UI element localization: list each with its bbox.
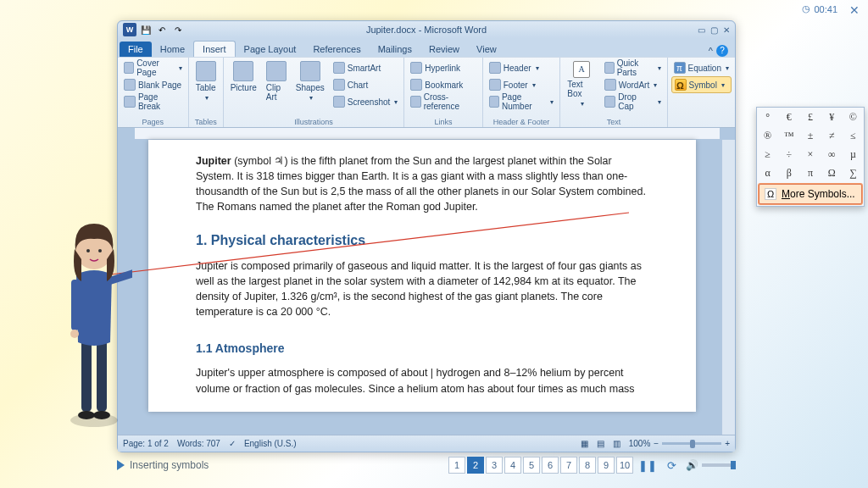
pager-page[interactable]: 5: [523, 457, 540, 474]
chart-button[interactable]: Chart: [331, 76, 401, 93]
symbol-cell[interactable]: π: [799, 164, 821, 182]
symbol-cell[interactable]: ¥: [821, 108, 843, 126]
tab-references[interactable]: References: [304, 42, 369, 57]
footer-button[interactable]: Footer▾: [487, 76, 557, 93]
quickparts-button[interactable]: Quick Parts▾: [602, 59, 664, 76]
group-links-label: Links: [408, 118, 478, 126]
bookmark-button[interactable]: Bookmark: [408, 76, 478, 93]
screenshot-button[interactable]: Screenshot▾: [331, 93, 401, 110]
pager-page[interactable]: 8: [579, 457, 596, 474]
pager-page[interactable]: 6: [542, 457, 559, 474]
more-symbols-button[interactable]: Ω More Symbols...: [759, 184, 862, 204]
view-print-layout-icon[interactable]: ▦: [581, 439, 588, 448]
zoom-value[interactable]: 100%: [629, 439, 651, 448]
pager-page[interactable]: 4: [504, 457, 521, 474]
clipart-button[interactable]: Clip Art: [263, 59, 290, 118]
zoom-slider[interactable]: [662, 442, 721, 445]
pager-page[interactable]: 2: [467, 457, 484, 474]
status-page[interactable]: Page: 1 of 2: [123, 439, 169, 448]
page-break-button[interactable]: Page Break: [121, 93, 185, 110]
symbol-cell[interactable]: µ: [843, 145, 864, 164]
tab-file[interactable]: File: [120, 42, 152, 57]
symbol-cell[interactable]: ∑: [843, 164, 864, 182]
view-reading-icon[interactable]: ▤: [597, 439, 604, 448]
symbol-cell[interactable]: β: [778, 164, 799, 182]
document-page[interactable]: Jupiter (symbol ♃) is the fifth planet f…: [148, 140, 696, 412]
group-header-footer-label: Header & Footer: [487, 118, 557, 126]
svg-rect-2: [81, 336, 92, 412]
zoom-out-icon[interactable]: −: [654, 439, 659, 448]
symbol-cell[interactable]: ±: [799, 126, 821, 145]
shapes-button[interactable]: Shapes▾: [292, 59, 328, 118]
blank-page-button[interactable]: Blank Page: [121, 76, 185, 93]
status-words[interactable]: Words: 707: [177, 439, 220, 448]
group-illustrations-label: Illustrations: [227, 118, 401, 126]
pager-page[interactable]: 10: [616, 457, 633, 474]
symbol-cell[interactable]: Ω: [821, 164, 843, 182]
symbol-cell[interactable]: °: [757, 108, 778, 126]
tab-view[interactable]: View: [468, 42, 505, 57]
symbol-cell[interactable]: ≥: [757, 145, 778, 164]
dropcap-button[interactable]: Drop Cap▾: [602, 93, 664, 110]
volume-icon[interactable]: 🔊: [686, 459, 698, 471]
symbol-cell[interactable]: ÷: [778, 145, 799, 164]
symbol-cell[interactable]: ≠: [821, 126, 843, 145]
pager-page[interactable]: 7: [560, 457, 577, 474]
page-number-button[interactable]: Page Number▾: [487, 93, 557, 110]
symbol-cell[interactable]: £: [799, 108, 821, 126]
cover-page-button[interactable]: Cover Page▾: [121, 59, 185, 76]
symbol-cell[interactable]: €: [778, 108, 799, 126]
symbol-cell[interactable]: ∞: [821, 145, 843, 164]
status-bar: Page: 1 of 2 Words: 707 ✓ English (U.S.)…: [118, 435, 735, 452]
status-language[interactable]: English (U.S.): [244, 439, 297, 448]
volume-slider[interactable]: [702, 463, 736, 467]
symbol-cell[interactable]: ×: [799, 145, 821, 164]
textbox-button[interactable]: AText Box▾: [564, 59, 598, 118]
zoom-control: 100% − +: [629, 439, 730, 448]
hyperlink-button[interactable]: Hyperlink: [408, 59, 478, 76]
crossref-button[interactable]: Cross-reference: [408, 93, 478, 110]
smartart-button[interactable]: SmartArt: [331, 59, 401, 76]
group-links: Hyperlink Bookmark Cross-reference Links: [404, 58, 482, 127]
ribbon-collapse-icon[interactable]: ^: [709, 46, 713, 56]
group-text-label: Text: [564, 118, 663, 126]
vertical-scrollbar[interactable]: [721, 140, 735, 435]
header-button[interactable]: Header▾: [487, 59, 557, 76]
tab-mailings[interactable]: Mailings: [370, 42, 420, 57]
wordart-button[interactable]: WordArt▾: [602, 76, 664, 93]
table-button[interactable]: Table▾: [192, 59, 220, 118]
clock-icon: ◷: [802, 3, 810, 14]
maximize-icon[interactable]: ▢: [710, 25, 718, 35]
symbol-button[interactable]: ΩSymbol▾: [671, 76, 732, 93]
group-pages-label: Pages: [121, 118, 185, 126]
symbol-cell[interactable]: ≤: [843, 126, 864, 145]
svg-point-12: [98, 249, 102, 252]
close-session-icon[interactable]: ✕: [849, 3, 860, 17]
pager-page[interactable]: 9: [598, 457, 615, 474]
group-header-footer: Header▾ Footer▾ Page Number▾ Header & Fo…: [483, 58, 561, 127]
picture-button[interactable]: Picture: [227, 59, 260, 118]
pager-page[interactable]: 1: [448, 457, 465, 474]
tab-page-layout[interactable]: Page Layout: [236, 42, 305, 57]
symbol-cell[interactable]: ©: [843, 108, 864, 126]
pager-page[interactable]: 3: [486, 457, 503, 474]
equation-button[interactable]: πEquation▾: [671, 59, 732, 76]
svg-rect-3: [97, 336, 107, 412]
close-icon[interactable]: ✕: [723, 25, 730, 35]
symbol-cell[interactable]: ™: [778, 126, 799, 145]
symbol-cell[interactable]: α: [757, 164, 778, 182]
minimize-icon[interactable]: ▭: [698, 25, 705, 35]
zoom-in-icon[interactable]: +: [725, 439, 730, 448]
refresh-button[interactable]: ⟳: [662, 457, 681, 474]
tab-home[interactable]: Home: [152, 42, 193, 57]
symbol-cell[interactable]: ®: [757, 126, 778, 145]
status-proofing-icon[interactable]: ✓: [229, 439, 236, 448]
pause-button[interactable]: ❚❚: [638, 457, 657, 474]
view-web-icon[interactable]: ▥: [613, 439, 620, 448]
tab-review[interactable]: Review: [420, 42, 468, 57]
training-caption: Inserting symbols: [130, 459, 209, 471]
play-indicator-icon: [117, 460, 125, 470]
horizontal-ruler[interactable]: [135, 128, 720, 140]
tab-insert[interactable]: Insert: [193, 41, 236, 57]
help-icon[interactable]: ?: [716, 45, 728, 57]
